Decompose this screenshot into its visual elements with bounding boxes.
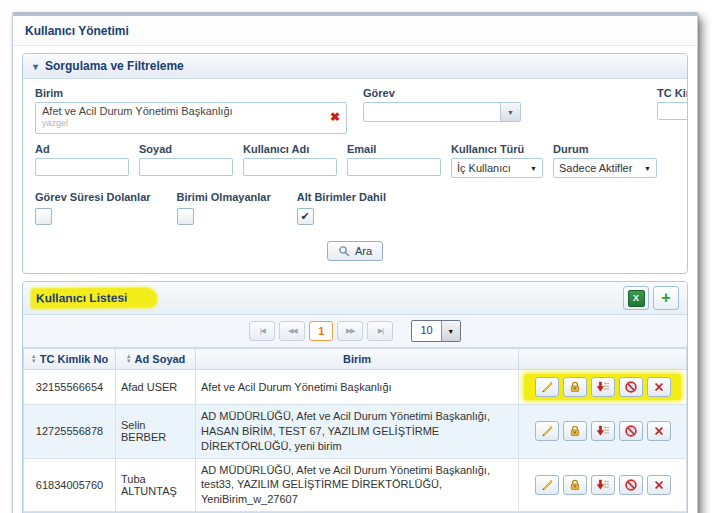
delete-user-button[interactable] (647, 377, 671, 397)
sort-icon: ▲▼ (31, 354, 37, 364)
add-user-button[interactable]: + (653, 286, 679, 310)
cell-actions (519, 405, 687, 459)
permissions-button[interactable] (563, 377, 587, 397)
column-header-actions (519, 349, 687, 370)
page-size-value: 10 (412, 321, 440, 341)
kullanici-adi-label: Kullanıcı Adı (243, 143, 337, 155)
birim-value: Afet ve Acil Durum Yönetimi Başkanlığı (42, 105, 320, 118)
cell-actions (519, 370, 687, 405)
table-row[interactable]: 32155566654 Afad USER Afet ve Acil Durum… (24, 370, 687, 405)
chevron-down-icon: ▼ (644, 165, 651, 172)
tc-kimlik-label: TC Kimlik No (657, 87, 688, 99)
unit-assignment-button[interactable] (591, 377, 615, 397)
cell-name: Selin BERBER (116, 405, 196, 459)
page-size-dropdown[interactable]: 10 ▼ (411, 320, 460, 342)
field-kullanici-turu: Kullanıcı Türü İç Kullanıcı ▼ (451, 143, 543, 178)
plus-icon: + (661, 291, 670, 305)
edit-user-button[interactable] (535, 377, 559, 397)
ad-input[interactable] (35, 158, 129, 176)
pagination-first-button[interactable]: |◀ (249, 321, 275, 341)
filter-section: ▾ Sorgulama ve Filtreleme Birim Afet ve … (22, 53, 688, 274)
deactivate-user-button[interactable] (619, 377, 643, 397)
kullanici-adi-input[interactable] (243, 158, 337, 176)
column-header-birim: Birim (196, 349, 519, 370)
chevron-down-icon[interactable]: ▼ (500, 103, 520, 121)
birim-hint: yazgel (42, 118, 320, 129)
tc-kimlik-input[interactable] (657, 102, 688, 120)
sort-icon: ▲▼ (126, 354, 132, 364)
filter-section-header[interactable]: ▾ Sorgulama ve Filtreleme (23, 54, 687, 79)
cell-name: Afad USER (116, 370, 196, 405)
cell-tc: 12725556878 (24, 405, 116, 459)
delete-user-button[interactable] (647, 475, 671, 495)
permissions-button[interactable] (563, 475, 587, 495)
field-gorev: Görev ▼ (363, 87, 521, 122)
birimi-olmayanlar-checkbox[interactable] (177, 208, 194, 225)
gorev-suresi-dolanlar-label: Görev Süresi Dolanlar (35, 191, 151, 203)
gorev-suresi-dolanlar-checkbox[interactable] (35, 208, 52, 225)
birim-picker[interactable]: Afet ve Acil Durum Yönetimi Başkanlığı y… (35, 102, 347, 134)
export-excel-button[interactable]: X (623, 286, 649, 310)
pencil-icon (540, 478, 554, 492)
clear-birim-icon[interactable]: ✖ (330, 111, 340, 123)
cell-name: Tuba ALTUNTAŞ (116, 458, 196, 512)
user-list-title: Kullanıcı Listesi (31, 288, 157, 309)
gorev-combobox[interactable]: ▼ (363, 102, 521, 122)
unit-assignment-button[interactable] (591, 421, 615, 441)
permissions-button[interactable] (563, 421, 587, 441)
field-soyad: Soyad (139, 143, 233, 176)
screen: Kullanıcı Yönetimi ▾ Sorgulama ve Filtre… (0, 0, 726, 513)
cell-birim: AD MÜDÜRLÜĞÜ, Afet ve Acil Durum Yönetim… (196, 405, 519, 459)
kullanici-turu-value: İç Kullanıcı (457, 162, 511, 174)
column-header-name[interactable]: ▲▼ Ad Soyad (116, 349, 196, 370)
email-input[interactable] (347, 158, 441, 176)
table-row[interactable]: 12725556878 Selin BERBER AD MÜDÜRLÜĞÜ, A… (24, 405, 687, 459)
table-row[interactable]: 61834005760 Tuba ALTUNTAŞ AD MÜDÜRLÜĞÜ, … (24, 458, 687, 512)
email-label: Email (347, 143, 441, 155)
durum-select[interactable]: Sadece Aktifler ▼ (553, 158, 657, 178)
alt-birimler-dahil-checkbox[interactable]: ✔ (297, 208, 314, 225)
deactivate-user-button[interactable] (619, 475, 643, 495)
cell-birim: AD MÜDÜRLÜĞÜ, Afet ve Acil Durum Yönetim… (196, 458, 519, 512)
unit-assignment-button[interactable] (591, 475, 615, 495)
search-button[interactable]: Ara (327, 241, 383, 261)
kullanici-turu-select[interactable]: İç Kullanıcı ▼ (451, 158, 543, 178)
birim-label: Birim (35, 87, 347, 99)
arrow-down-list-icon (596, 424, 610, 438)
delete-x-icon (652, 380, 666, 394)
pagination-top: |◀ ◀◀ 1 ▶▶ ▶| 10 ▼ (23, 315, 687, 348)
field-tc: TC Kimlik No (657, 87, 688, 120)
table-header-row: ▲▼ TC Kimlik No ▲▼ Ad Soyad Birim (24, 349, 687, 370)
edit-user-button[interactable] (535, 475, 559, 495)
field-birimi-olmayanlar: Birimi Olmayanlar (177, 191, 271, 225)
search-button-label: Ara (355, 245, 372, 257)
delete-user-button[interactable] (647, 421, 671, 441)
delete-x-icon (652, 424, 666, 438)
kullanici-turu-label: Kullanıcı Türü (451, 143, 543, 155)
soyad-input[interactable] (139, 158, 233, 176)
lock-icon (568, 380, 582, 394)
pagination-next-button[interactable]: ▶▶ (337, 321, 363, 341)
pagination-last-button[interactable]: ▶| (367, 321, 393, 341)
excel-icon: X (628, 290, 645, 307)
page-title: Kullanıcı Yönetimi (13, 16, 697, 46)
alt-birimler-dahil-label: Alt Birimler Dahil (297, 191, 386, 203)
cell-tc: 61834005760 (24, 458, 116, 512)
pagination-prev-button[interactable]: ◀◀ (279, 321, 305, 341)
block-icon (624, 478, 638, 492)
row-action-buttons (524, 475, 681, 495)
deactivate-user-button[interactable] (619, 421, 643, 441)
pencil-icon (540, 380, 554, 394)
field-ad: Ad (35, 143, 129, 176)
column-header-tc[interactable]: ▲▼ TC Kimlik No (24, 349, 116, 370)
user-table: ▲▼ TC Kimlik No ▲▼ Ad Soyad Birim (23, 348, 687, 512)
arrow-down-list-icon (596, 380, 610, 394)
field-kullanici-adi: Kullanıcı Adı (243, 143, 337, 176)
pagination-current-page[interactable]: 1 (309, 321, 333, 341)
pencil-icon (540, 424, 554, 438)
edit-user-button[interactable] (535, 421, 559, 441)
row-action-buttons (524, 421, 681, 441)
block-icon (624, 380, 638, 394)
collapse-icon[interactable]: ▾ (33, 61, 38, 72)
cell-actions (519, 458, 687, 512)
